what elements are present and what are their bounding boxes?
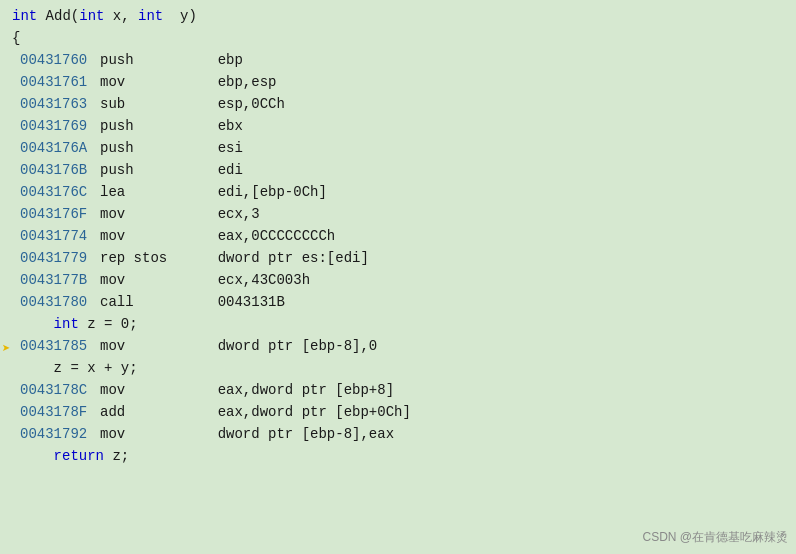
mnemonic-10: rep stos <box>100 250 218 266</box>
addr-11: 0043177B <box>20 272 100 288</box>
addr-5: 0043176A <box>20 140 100 156</box>
operand-12: 0043131B <box>218 294 285 310</box>
mnemonic-2: mov <box>100 74 218 90</box>
asm-line-11: 0043177B mov ecx,43C003h <box>0 272 796 294</box>
brace-open: { <box>4 30 20 46</box>
addr-15: 0043178F <box>20 404 100 420</box>
asm-line-16: 00431792 mov dword ptr [ebp-8],eax <box>0 426 796 448</box>
addr-10: 00431779 <box>20 250 100 266</box>
operand-16: dword ptr [ebp-8],eax <box>218 426 394 442</box>
operand-7: edi,[ebp-0Ch] <box>218 184 327 200</box>
operand-6: edi <box>218 162 243 178</box>
addr-16: 00431792 <box>20 426 100 442</box>
keyword-int3: int <box>138 8 163 24</box>
addr-13: 00431785 <box>20 338 100 354</box>
mnemonic-6: push <box>100 162 218 178</box>
operand-3: esp,0CCh <box>218 96 285 112</box>
mnemonic-13: mov <box>100 338 218 354</box>
asm-line-14: 0043178C mov eax,dword ptr [ebp+8] <box>0 382 796 404</box>
operand-15: eax,dword ptr [ebp+0Ch] <box>218 404 411 420</box>
source-text-2: z = x + y; <box>4 360 138 376</box>
asm-line-12: 00431780 call 0043131B <box>0 294 796 316</box>
mnemonic-16: mov <box>100 426 218 442</box>
code-container: int Add(int x, int y) { 00431760 push eb… <box>0 0 796 554</box>
operand-2: ebp,esp <box>218 74 277 90</box>
mnemonic-12: call <box>100 294 218 310</box>
watermark: CSDN @在肯德基吃麻辣烫 <box>642 529 788 546</box>
mnemonic-4: push <box>100 118 218 134</box>
operand-8: ecx,3 <box>218 206 260 222</box>
source-text-1: int z = 0; <box>4 316 138 332</box>
asm-line-10: 00431779 rep stos dword ptr es:[edi] <box>0 250 796 272</box>
asm-line-1: 00431760 push ebp <box>0 52 796 74</box>
asm-line-5: 0043176A push esi <box>0 140 796 162</box>
addr-4: 00431769 <box>20 118 100 134</box>
addr-7: 0043176C <box>20 184 100 200</box>
keyword-int2: int <box>79 8 104 24</box>
operand-9: eax,0CCCCCCCCh <box>218 228 336 244</box>
mnemonic-8: mov <box>100 206 218 222</box>
mnemonic-3: sub <box>100 96 218 112</box>
mnemonic-11: mov <box>100 272 218 288</box>
asm-line-13: ➤ 00431785 mov dword ptr [ebp-8],0 <box>0 338 796 360</box>
operand-1: ebp <box>218 52 243 68</box>
operand-4: ebx <box>218 118 243 134</box>
keyword-int: int <box>12 8 37 24</box>
mnemonic-5: push <box>100 140 218 156</box>
addr-2: 00431761 <box>20 74 100 90</box>
brace-open-line: { <box>0 30 796 52</box>
asm-line-6: 0043176B push edi <box>0 162 796 184</box>
operand-5: esi <box>218 140 243 156</box>
asm-line-7: 0043176C lea edi,[ebp-0Ch] <box>0 184 796 206</box>
asm-line-3: 00431763 sub esp,0CCh <box>0 96 796 118</box>
addr-3: 00431763 <box>20 96 100 112</box>
addr-6: 0043176B <box>20 162 100 178</box>
func-signature: int Add(int x, int y) <box>4 8 197 24</box>
operand-13: dword ptr [ebp-8],0 <box>218 338 378 354</box>
addr-1: 00431760 <box>20 52 100 68</box>
source-text-3: return z; <box>4 448 129 464</box>
source-line-3: return z; <box>0 448 796 470</box>
mnemonic-15: add <box>100 404 218 420</box>
mnemonic-1: push <box>100 52 218 68</box>
source-line-1: int z = 0; <box>0 316 796 338</box>
operand-14: eax,dword ptr [ebp+8] <box>218 382 394 398</box>
addr-12: 00431780 <box>20 294 100 310</box>
mnemonic-9: mov <box>100 228 218 244</box>
asm-line-8: 0043176F mov ecx,3 <box>0 206 796 228</box>
operand-10: dword ptr es:[edi] <box>218 250 369 266</box>
asm-line-9: 00431774 mov eax,0CCCCCCCCh <box>0 228 796 250</box>
mnemonic-14: mov <box>100 382 218 398</box>
addr-9: 00431774 <box>20 228 100 244</box>
addr-14: 0043178C <box>20 382 100 398</box>
operand-11: ecx,43C003h <box>218 272 310 288</box>
arrow-indicator: ➤ <box>2 340 10 357</box>
asm-line-4: 00431769 push ebx <box>0 118 796 140</box>
asm-line-2: 00431761 mov ebp,esp <box>0 74 796 96</box>
addr-8: 0043176F <box>20 206 100 222</box>
func-sig-line: int Add(int x, int y) <box>0 8 796 30</box>
asm-line-15: 0043178F add eax,dword ptr [ebp+0Ch] <box>0 404 796 426</box>
mnemonic-7: lea <box>100 184 218 200</box>
source-line-2: z = x + y; <box>0 360 796 382</box>
